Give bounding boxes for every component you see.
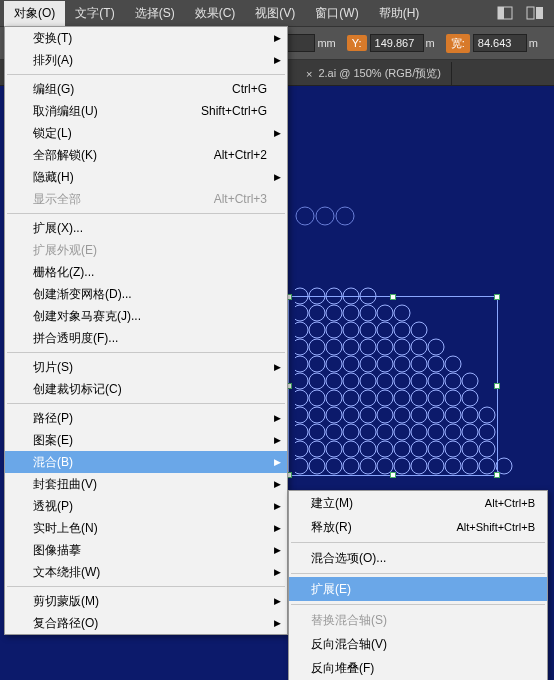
- submenu-arrow-icon: ▶: [274, 545, 281, 555]
- submenu-replacespine: 替换混合轴(S): [289, 608, 547, 632]
- menu-trimmarks[interactable]: 创建裁切标记(C): [5, 378, 287, 400]
- menu-slice[interactable]: 切片(S)▶: [5, 356, 287, 378]
- menu-compound[interactable]: 复合路径(O)▶: [5, 612, 287, 634]
- menu-expand[interactable]: 扩展(X)...: [5, 217, 287, 239]
- blend-submenu: 建立(M)Alt+Ctrl+B 释放(R)Alt+Shift+Ctrl+B 混合…: [288, 490, 548, 680]
- object-menu: 变换(T)▶ 排列(A)▶ 编组(G)Ctrl+G 取消编组(U)Shift+C…: [4, 26, 288, 635]
- menu-view[interactable]: 视图(V): [245, 1, 305, 26]
- menu-textwrap[interactable]: 文本绕排(W)▶: [5, 561, 287, 583]
- submenu-reversefront[interactable]: 反向堆叠(F): [289, 656, 547, 680]
- submenu-arrow-icon: ▶: [274, 55, 281, 65]
- menu-perspective[interactable]: 透视(P)▶: [5, 495, 287, 517]
- tab-title: 2.ai @ 150% (RGB/预览): [318, 66, 440, 81]
- menu-group[interactable]: 编组(G)Ctrl+G: [5, 78, 287, 100]
- submenu-options[interactable]: 混合选项(O)...: [289, 546, 547, 570]
- submenu-arrow-icon: ▶: [274, 435, 281, 445]
- submenu-arrow-icon: ▶: [274, 362, 281, 372]
- submenu-arrow-icon: ▶: [274, 596, 281, 606]
- svg-rect-1: [498, 7, 504, 19]
- menu-arrange[interactable]: 排列(A)▶: [5, 49, 287, 71]
- submenu-arrow-icon: ▶: [274, 33, 281, 43]
- separator: [7, 403, 285, 404]
- menu-livepaint[interactable]: 实时上色(N)▶: [5, 517, 287, 539]
- separator: [7, 586, 285, 587]
- menu-transform[interactable]: 变换(T)▶: [5, 27, 287, 49]
- y-unit: m: [426, 37, 435, 49]
- submenu-arrow-icon: ▶: [274, 457, 281, 467]
- submenu-make[interactable]: 建立(M)Alt+Ctrl+B: [289, 491, 547, 515]
- menu-blend[interactable]: 混合(B)▶: [5, 451, 287, 473]
- separator: [7, 213, 285, 214]
- menu-envelope[interactable]: 封套扭曲(V)▶: [5, 473, 287, 495]
- submenu-arrow-icon: ▶: [274, 413, 281, 423]
- submenu-expand[interactable]: 扩展(E): [289, 577, 547, 601]
- tab-close-icon[interactable]: ×: [306, 68, 312, 80]
- separator: [291, 604, 545, 605]
- menu-pattern[interactable]: 图案(E)▶: [5, 429, 287, 451]
- submenu-release[interactable]: 释放(R)Alt+Shift+Ctrl+B: [289, 515, 547, 539]
- menu-path[interactable]: 路径(P)▶: [5, 407, 287, 429]
- menu-window[interactable]: 窗口(W): [305, 1, 368, 26]
- menu-clipmask[interactable]: 剪切蒙版(M)▶: [5, 590, 287, 612]
- svg-point-4: [296, 207, 314, 225]
- y-field[interactable]: 149.867: [370, 34, 424, 52]
- menu-type[interactable]: 文字(T): [65, 1, 124, 26]
- svg-rect-2: [527, 7, 534, 19]
- menu-effect[interactable]: 效果(C): [185, 1, 246, 26]
- menu-help[interactable]: 帮助(H): [369, 1, 430, 26]
- submenu-arrow-icon: ▶: [274, 618, 281, 628]
- selection-bounds: [288, 296, 498, 476]
- menu-showall: 显示全部Alt+Ctrl+3: [5, 188, 287, 210]
- submenu-arrow-icon: ▶: [274, 501, 281, 511]
- menu-flatten[interactable]: 拼合透明度(F)...: [5, 327, 287, 349]
- separator: [291, 542, 545, 543]
- svg-point-5: [316, 207, 334, 225]
- separator: [7, 74, 285, 75]
- menu-lock[interactable]: 锁定(L)▶: [5, 122, 287, 144]
- menu-select[interactable]: 选择(S): [125, 1, 185, 26]
- menu-hide[interactable]: 隐藏(H)▶: [5, 166, 287, 188]
- menu-imagetrace[interactable]: 图像描摹▶: [5, 539, 287, 561]
- arrange-icon[interactable]: [523, 3, 547, 23]
- svg-rect-3: [536, 7, 543, 19]
- x-unit: mm: [317, 37, 335, 49]
- w-field[interactable]: 84.643: [473, 34, 527, 52]
- submenu-arrow-icon: ▶: [274, 523, 281, 533]
- y-label: Y:: [347, 35, 367, 51]
- separator: [7, 352, 285, 353]
- submenu-arrow-icon: ▶: [274, 479, 281, 489]
- submenu-arrow-icon: ▶: [274, 172, 281, 182]
- menu-rasterize[interactable]: 栅格化(Z)...: [5, 261, 287, 283]
- submenu-arrow-icon: ▶: [274, 128, 281, 138]
- menu-ungroup[interactable]: 取消编组(U)Shift+Ctrl+G: [5, 100, 287, 122]
- w-label: 宽:: [446, 34, 470, 53]
- submenu-reversespine[interactable]: 反向混合轴(V): [289, 632, 547, 656]
- svg-point-6: [336, 207, 354, 225]
- menu-object[interactable]: 对象(O): [4, 1, 65, 26]
- menu-gradientmesh[interactable]: 创建渐变网格(D)...: [5, 283, 287, 305]
- menubar: 对象(O) 文字(T) 选择(S) 效果(C) 视图(V) 窗口(W) 帮助(H…: [0, 0, 554, 26]
- layout-icon[interactable]: [493, 3, 517, 23]
- menu-unlockall[interactable]: 全部解锁(K)Alt+Ctrl+2: [5, 144, 287, 166]
- menu-expandapp: 扩展外观(E): [5, 239, 287, 261]
- document-tab[interactable]: × 2.ai @ 150% (RGB/预览): [296, 62, 452, 85]
- submenu-arrow-icon: ▶: [274, 567, 281, 577]
- w-unit: m: [529, 37, 538, 49]
- separator: [291, 573, 545, 574]
- menu-mosaic[interactable]: 创建对象马赛克(J)...: [5, 305, 287, 327]
